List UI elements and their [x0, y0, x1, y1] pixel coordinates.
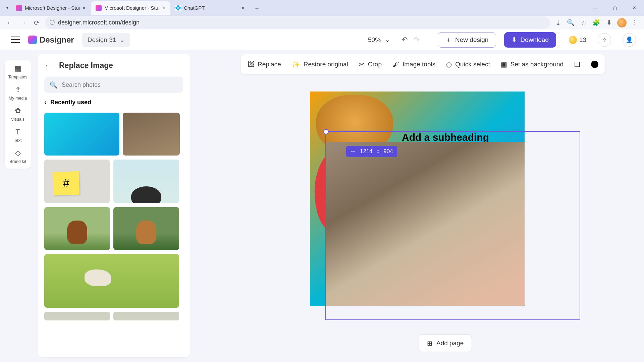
new-design-label: New design: [455, 36, 488, 44]
canvas-selected-image[interactable]: [325, 142, 525, 306]
thumbnail-scroll[interactable]: #: [44, 113, 186, 357]
minimize-button[interactable]: —: [586, 1, 605, 15]
left-rail: ▦ Templates ⇪ My media ✿ Visuals T Text …: [5, 60, 31, 169]
tab-favicon-icon: [96, 5, 102, 11]
thumbnail-image[interactable]: [44, 207, 110, 250]
redo-button[interactable]: ↷: [414, 36, 420, 44]
app-logo[interactable]: Designer: [28, 35, 74, 45]
height-icon: ↕: [377, 148, 380, 155]
panel-title: Replace Image: [59, 61, 113, 70]
upload-icon: ⇪: [15, 85, 21, 94]
thumbnail-image[interactable]: [44, 113, 119, 156]
layers-button[interactable]: ❏: [574, 60, 580, 68]
rail-my-media[interactable]: ⇪ My media: [5, 85, 31, 101]
ct-label: Replace: [258, 61, 281, 68]
menu-icon[interactable]: ⋮: [630, 18, 639, 27]
profile-avatar[interactable]: [617, 18, 627, 27]
close-window-button[interactable]: ✕: [625, 1, 644, 15]
ct-label: Set as background: [511, 61, 564, 68]
thumbnail-image[interactable]: #: [44, 160, 110, 203]
close-icon[interactable]: ✕: [162, 5, 166, 11]
omnibox[interactable]: ⓘ: [45, 16, 550, 29]
add-page-button[interactable]: ⊞ Add page: [419, 335, 472, 352]
zoom-dropdown[interactable]: 50% ⌄: [368, 36, 390, 44]
sparkle-icon: ✨: [292, 60, 300, 68]
thumbnail-image[interactable]: [113, 160, 179, 203]
zoom-icon[interactable]: 🔍: [566, 18, 576, 27]
reload-icon[interactable]: ⟳: [32, 18, 42, 28]
replace-button[interactable]: 🖼Replace: [248, 61, 281, 68]
download-button[interactable]: ⬇ Download: [504, 32, 556, 48]
ct-label: Restore original: [304, 61, 348, 68]
quick-select-button[interactable]: ◌Quick select: [446, 60, 490, 68]
tab-item-active[interactable]: Microsoft Designer - Stunning ✕: [91, 1, 170, 15]
rail-label: Visuals: [11, 117, 24, 122]
section-header[interactable]: ‹ Recently used: [44, 99, 183, 106]
design-name-dropdown[interactable]: Design 31 ⌄: [82, 33, 130, 47]
restore-button[interactable]: ✨Restore original: [292, 60, 348, 68]
layers-icon: ❏: [574, 60, 580, 68]
chevron-down-icon: ⌄: [385, 36, 390, 44]
canvas-wrap: Add a subheading body text ↔ 1214 ↕ 904: [310, 92, 525, 306]
undo-button[interactable]: ↶: [401, 36, 408, 44]
thumbnail-image[interactable]: [113, 312, 179, 320]
rail-brand-kit[interactable]: ◇ Brand kit: [5, 149, 31, 164]
rail-templates[interactable]: ▦ Templates: [5, 64, 31, 79]
image-tools-button[interactable]: 🖌Image tools: [392, 61, 435, 68]
url-input[interactable]: [58, 19, 545, 26]
hamburger-button[interactable]: [11, 37, 20, 43]
new-design-button[interactable]: ＋ New design: [438, 32, 496, 48]
artboard[interactable]: Add a subheading body text: [310, 92, 525, 306]
back-arrow-icon[interactable]: ←: [44, 60, 53, 71]
quick-select-icon: ◌: [446, 60, 452, 68]
address-bar: ← → ⟳ ⓘ ⤓ 🔍 ☆ 🧩 ⬇ ⋮: [0, 16, 644, 29]
chevron-left-icon: ‹: [44, 99, 46, 106]
canvas-subheading-text[interactable]: Add a subheading: [402, 132, 489, 143]
forward-icon[interactable]: →: [18, 18, 28, 28]
set-background-button[interactable]: ▣Set as background: [501, 60, 564, 68]
rail-label: Text: [14, 138, 22, 143]
close-icon[interactable]: ✕: [241, 5, 245, 11]
credits-display[interactable]: 13: [569, 36, 586, 44]
rail-label: Brand kit: [9, 159, 26, 164]
maximize-button[interactable]: ▢: [605, 1, 625, 15]
new-tab-button[interactable]: ＋: [252, 3, 262, 13]
tab-title: ChatGPT: [184, 5, 238, 11]
close-icon[interactable]: ✕: [82, 5, 86, 11]
rail-text[interactable]: T Text: [5, 128, 31, 143]
coin-icon: [569, 36, 577, 44]
install-app-icon[interactable]: ⤓: [553, 18, 563, 27]
thumbnail-image[interactable]: [44, 312, 110, 320]
search-icon: 🔍: [50, 81, 58, 89]
browser-chrome: ▾ Microsoft Designer - Stunning ✕ Micros…: [0, 0, 644, 29]
tab-favicon-icon: 💠: [175, 5, 181, 11]
bookmark-icon[interactable]: ☆: [579, 18, 588, 27]
thumbnail-image[interactable]: [113, 207, 179, 250]
zoom-value: 50%: [368, 36, 381, 44]
thumbnail-image[interactable]: [123, 113, 180, 156]
tools-icon: 🖌: [392, 61, 399, 68]
back-icon[interactable]: ←: [5, 18, 15, 28]
search-photos-field[interactable]: 🔍: [44, 77, 183, 93]
tab-item[interactable]: Microsoft Designer - Stunning ✕: [11, 1, 91, 15]
download-icon: ⬇: [512, 36, 517, 44]
extensions-icon[interactable]: 🧩: [592, 18, 601, 27]
rail-visuals[interactable]: ✿ Visuals: [5, 107, 31, 122]
background-icon: ▣: [501, 60, 507, 68]
tab-item[interactable]: 💠 ChatGPT ✕: [170, 1, 250, 15]
graph-icon[interactable]: ✧: [598, 33, 611, 47]
crop-button[interactable]: ✂Crop: [359, 60, 382, 68]
replace-image-panel: ← Replace Image 🔍 ‹ Recently used #: [38, 54, 190, 357]
site-info-icon[interactable]: ⓘ: [50, 19, 55, 26]
color-picker-icon[interactable]: [591, 61, 598, 68]
search-input[interactable]: [62, 81, 178, 88]
brand-kit-icon: ◇: [15, 149, 21, 158]
downloads-icon[interactable]: ⬇: [604, 18, 614, 27]
selection-height: 904: [383, 148, 393, 155]
tab-search-dropdown[interactable]: ▾: [3, 4, 11, 12]
text-icon: T: [15, 128, 20, 136]
thumbnail-image[interactable]: [44, 254, 179, 308]
user-account-icon[interactable]: 👤: [623, 33, 636, 47]
plus-icon: ＋: [445, 36, 452, 44]
section-title: Recently used: [50, 99, 91, 106]
